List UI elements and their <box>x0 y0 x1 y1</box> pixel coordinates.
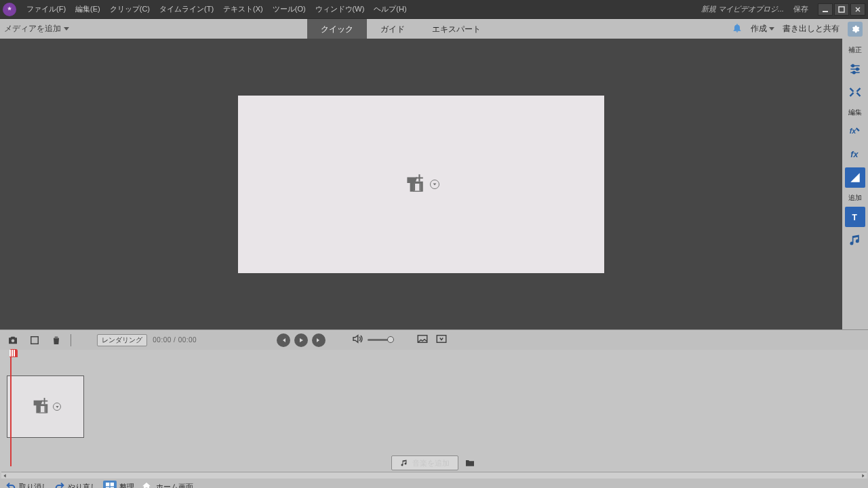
snapshot-button[interactable] <box>5 333 20 348</box>
undo-label: 取り消し <box>19 482 49 489</box>
save-button[interactable]: 保存 <box>793 4 816 14</box>
timecode: 00:00 / 00:00 <box>153 336 197 344</box>
svg-text:T: T <box>852 213 858 222</box>
timeline[interactable]: 音楽を追加 <box>0 350 868 479</box>
add-media-icon <box>30 396 50 417</box>
transition-button[interactable] <box>845 167 865 188</box>
caret-down-icon <box>64 27 69 30</box>
tool-rail: 補正 編集 fx fx 追加 T <box>842 39 868 329</box>
preview-canvas[interactable] <box>238 96 604 273</box>
svg-text:fx: fx <box>850 127 857 135</box>
tab-quick[interactable]: クイック <box>307 19 367 39</box>
fullscreen-button[interactable] <box>416 333 429 348</box>
menu-edit[interactable]: 編集(E) <box>71 0 105 18</box>
scroll-right-icon[interactable] <box>860 472 867 479</box>
svg-rect-13 <box>31 336 39 344</box>
export-share-button[interactable]: 書き出しと共有 <box>783 23 840 35</box>
playhead-line <box>10 357 12 466</box>
menu-tool[interactable]: ツール(O) <box>268 0 311 18</box>
music-note-icon <box>400 459 408 467</box>
playhead[interactable] <box>9 349 18 357</box>
timeline-scrollbar[interactable] <box>1 472 867 479</box>
organize-button[interactable]: 整理 <box>103 481 134 488</box>
svg-rect-5 <box>419 183 420 190</box>
browse-music-button[interactable] <box>462 455 477 470</box>
step-back-button[interactable] <box>277 333 290 347</box>
window-minimize-button[interactable] <box>818 3 833 16</box>
menu-help[interactable]: ヘルプ(H) <box>369 0 411 18</box>
marker-button[interactable] <box>27 333 42 348</box>
render-button[interactable]: レンダリング <box>97 334 147 346</box>
svg-text:fx: fx <box>850 150 859 159</box>
safe-margins-button[interactable] <box>435 333 448 348</box>
svg-point-6 <box>852 64 854 66</box>
preview-area <box>0 39 842 329</box>
titles-button[interactable]: T <box>845 207 865 227</box>
fx-button[interactable]: fx <box>845 144 865 165</box>
settings-gear-button[interactable] <box>848 22 863 37</box>
organize-icon <box>103 481 117 488</box>
window-maximize-button[interactable] <box>834 3 849 16</box>
workspace: 補正 編集 fx fx 追加 T <box>0 39 868 329</box>
svg-point-12 <box>12 339 15 342</box>
caret-down-icon <box>769 27 774 30</box>
adjustments-button[interactable] <box>845 59 865 79</box>
redo-button[interactable]: やり直し <box>54 481 98 488</box>
undo-button[interactable]: 取り消し <box>5 481 49 488</box>
menu-timeline[interactable]: タイムライン(T) <box>155 0 218 18</box>
home-button[interactable]: ホーム画面 <box>140 481 193 488</box>
drop-caret-icon[interactable] <box>53 403 61 411</box>
app-logo-icon <box>3 3 16 16</box>
notification-bell-icon[interactable] <box>732 22 743 35</box>
create-label: 作成 <box>751 23 767 35</box>
add-music-label: 音楽を追加 <box>412 458 450 468</box>
home-icon <box>140 481 153 488</box>
menu-bar: ファイル(F) 編集(E) クリップ(C) タイムライン(T) テキスト(X) … <box>0 0 868 18</box>
volume-icon[interactable] <box>351 333 363 348</box>
play-button[interactable] <box>294 333 308 347</box>
rail-label-correct: 補正 <box>848 45 862 55</box>
volume-slider[interactable] <box>368 339 391 341</box>
svg-rect-15 <box>437 335 446 342</box>
organize-label: 整理 <box>119 482 134 489</box>
rail-label-add: 追加 <box>848 193 862 203</box>
svg-rect-20 <box>106 483 109 486</box>
svg-rect-19 <box>45 406 46 412</box>
transport-bar: レンダリング 00:00 / 00:00 <box>0 329 868 350</box>
clip-slot[interactable] <box>7 375 84 438</box>
add-media-label: メディアを追加 <box>4 23 61 35</box>
menu-text[interactable]: テキスト(X) <box>218 0 268 18</box>
svg-rect-4 <box>414 183 415 190</box>
step-forward-button[interactable] <box>312 333 326 347</box>
create-dropdown[interactable]: 作成 <box>751 23 774 35</box>
svg-rect-0 <box>823 11 828 12</box>
svg-rect-18 <box>39 406 41 412</box>
rail-label-edit: 編集 <box>848 108 862 117</box>
tab-guide[interactable]: ガイド <box>367 19 418 39</box>
svg-rect-21 <box>111 483 114 486</box>
delete-button[interactable] <box>49 333 64 348</box>
media-drop-target[interactable] <box>403 173 439 196</box>
project-title: 新規 マイビデオプロジ... <box>701 4 793 14</box>
redo-label: やり直し <box>68 482 98 489</box>
scroll-left-icon[interactable] <box>1 472 8 479</box>
drop-caret-icon[interactable] <box>430 180 439 189</box>
menu-file[interactable]: ファイル(F) <box>22 0 71 18</box>
svg-point-7 <box>856 68 859 70</box>
menu-clip[interactable]: クリップ(C) <box>105 0 155 18</box>
menu-window[interactable]: ウィンドウ(W) <box>311 0 370 18</box>
fx-wand-button[interactable]: fx <box>845 121 865 142</box>
tab-expert[interactable]: エキスパート <box>418 19 494 39</box>
bottom-bar: 取り消し やり直し 整理 ホーム画面 <box>0 479 868 488</box>
add-media-dropdown[interactable]: メディアを追加 <box>4 23 69 35</box>
window-close-button[interactable] <box>850 3 865 16</box>
svg-rect-1 <box>839 7 844 12</box>
svg-point-8 <box>853 71 855 73</box>
tools-button[interactable] <box>845 82 865 102</box>
mode-tab-bar: メディアを追加 クイック ガイド エキスパート 作成 書き出しと共有 <box>0 18 868 39</box>
add-media-icon <box>403 173 426 196</box>
add-music-button[interactable]: 音楽を追加 <box>391 455 458 470</box>
home-label: ホーム画面 <box>156 482 193 489</box>
music-button[interactable] <box>845 230 865 250</box>
